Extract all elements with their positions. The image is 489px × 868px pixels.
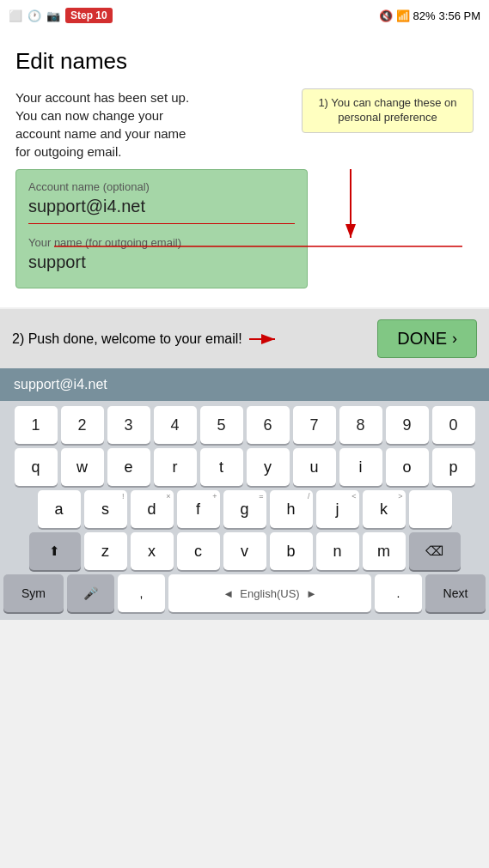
key-comma[interactable]: ,	[118, 574, 165, 612]
screen-icon: ⬜	[9, 9, 22, 22]
account-name-label: Account name (optional)	[28, 180, 295, 193]
key-6[interactable]: 6	[247, 406, 290, 444]
description-text: Your account has been set up. You can no…	[15, 88, 213, 161]
status-bar-left: ⬜ 🕐 📷 Step 10	[9, 8, 113, 23]
key-j[interactable]: j<	[316, 490, 359, 528]
status-bar: ⬜ 🕐 📷 Step 10 🔇 📶 82% 3:56 PM	[0, 0, 489, 31]
key-u[interactable]: u	[293, 448, 336, 486]
key-y[interactable]: y	[247, 448, 290, 486]
key-9[interactable]: 9	[386, 406, 429, 444]
keyboard-row-bottom: Sym 🎤 , ◄ English(US) ► . Next	[3, 574, 486, 612]
keyboard-row-numbers: 1 2 3 4 5 6 7 8 9 0	[3, 406, 486, 444]
status-bar-right: 🔇 📶 82% 3:56 PM	[379, 9, 480, 22]
key-k[interactable]: k>	[363, 490, 406, 528]
mute-icon: 🔇	[379, 9, 393, 22]
key-s[interactable]: s!	[84, 490, 127, 528]
key-z[interactable]: z	[84, 532, 127, 570]
key-f[interactable]: f+	[177, 490, 220, 528]
tooltip-box: 1) You can change these on personal pref…	[302, 88, 474, 133]
main-content: Edit names Your account has been set up.…	[0, 31, 489, 307]
done-arrow-icon: ›	[452, 330, 457, 348]
description-section: Your account has been set up. You can no…	[15, 88, 474, 161]
key-shift[interactable]: ⬆	[29, 532, 81, 570]
key-n[interactable]: n	[316, 532, 359, 570]
key-sym[interactable]: Sym	[3, 574, 64, 612]
email-preview-text: support@i4.net	[14, 377, 107, 392]
key-1[interactable]: 1	[15, 406, 58, 444]
alarm-icon: 🕐	[28, 9, 41, 22]
key-next[interactable]: Next	[425, 574, 486, 612]
key-d[interactable]: d×	[131, 490, 174, 528]
key-7[interactable]: 7	[293, 406, 336, 444]
key-0[interactable]: 0	[432, 406, 475, 444]
key-g[interactable]: g=	[223, 490, 266, 528]
key-t[interactable]: t	[200, 448, 243, 486]
action-hint-text: 2) Push done, welcome to your email!	[12, 331, 242, 347]
key-v[interactable]: v	[223, 532, 266, 570]
key-a[interactable]: a	[38, 490, 81, 528]
notification-icon: 📷	[46, 9, 60, 22]
battery-text: 82%	[413, 9, 436, 22]
done-button[interactable]: DONE ›	[377, 319, 477, 358]
key-l[interactable]	[409, 490, 452, 528]
key-i[interactable]: i	[339, 448, 382, 486]
account-divider	[28, 223, 295, 224]
form-area: Account name (optional) support@i4.net Y…	[15, 169, 308, 288]
page-title: Edit names	[15, 48, 474, 75]
action-arrow-icon	[248, 331, 282, 348]
key-r[interactable]: r	[154, 448, 197, 486]
key-2[interactable]: 2	[61, 406, 104, 444]
key-e[interactable]: e	[107, 448, 150, 486]
step-badge: Step 10	[65, 8, 113, 23]
email-preview-bar: support@i4.net	[0, 368, 489, 401]
keyboard-row-asdf: a s! d× f+ g= h/ j< k>	[3, 490, 486, 528]
key-c[interactable]: c	[177, 532, 220, 570]
key-w[interactable]: w	[61, 448, 104, 486]
key-5[interactable]: 5	[200, 406, 243, 444]
your-name-label: Your name (for outgoing email)	[28, 236, 295, 249]
key-8[interactable]: 8	[339, 406, 382, 444]
key-q[interactable]: q	[15, 448, 58, 486]
key-h[interactable]: h/	[270, 490, 313, 528]
action-bar: 2) Push done, welcome to your email! DON…	[0, 309, 489, 368]
account-name-value[interactable]: support@i4.net	[28, 197, 295, 220]
time-display: 3:56 PM	[439, 9, 480, 22]
key-mic[interactable]: 🎤	[67, 574, 114, 612]
key-space[interactable]: ◄ English(US) ►	[168, 574, 371, 612]
key-delete[interactable]: ⌫	[409, 532, 461, 570]
key-b[interactable]: b	[270, 532, 313, 570]
signal-icon: 📶	[396, 9, 410, 22]
key-4[interactable]: 4	[154, 406, 197, 444]
keyboard-row-qwerty: q w e r t y u i o p	[3, 448, 486, 486]
key-p[interactable]: p	[432, 448, 475, 486]
your-name-value[interactable]: support	[28, 252, 295, 276]
key-period[interactable]: .	[375, 574, 422, 612]
keyboard-row-zxcv: ⬆ z x c v b n m ⌫	[3, 532, 486, 570]
key-3[interactable]: 3	[107, 406, 150, 444]
key-x[interactable]: x	[131, 532, 174, 570]
keyboard: 1 2 3 4 5 6 7 8 9 0 q w e r t y u i o p …	[0, 401, 489, 620]
key-o[interactable]: o	[386, 448, 429, 486]
done-label: DONE	[397, 329, 447, 349]
form-section: Account name (optional) support@i4.net Y…	[15, 169, 474, 288]
key-m[interactable]: m	[363, 532, 406, 570]
